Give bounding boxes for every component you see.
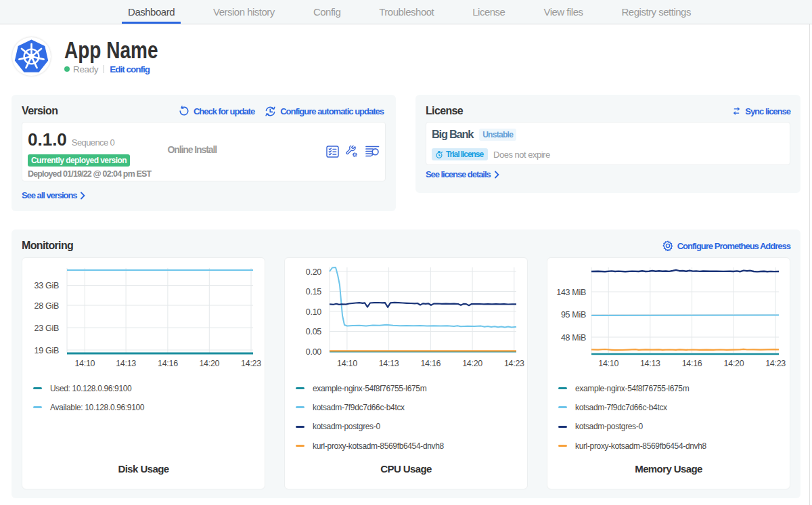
svg-text:0.20: 0.20: [306, 267, 321, 277]
svg-text:14:20: 14:20: [724, 359, 744, 368]
svg-text:14:10: 14:10: [598, 359, 618, 368]
svg-text:14:10: 14:10: [74, 359, 95, 368]
svg-text:14:16: 14:16: [158, 359, 178, 368]
svg-text:14:13: 14:13: [640, 359, 660, 368]
svg-text:48 MiB: 48 MiB: [561, 333, 586, 343]
svg-text:0.10: 0.10: [306, 307, 321, 317]
svg-text:14:13: 14:13: [116, 359, 136, 368]
svg-text:14:23: 14:23: [504, 359, 524, 368]
svg-text:14:20: 14:20: [199, 359, 219, 368]
svg-text:14:16: 14:16: [420, 359, 441, 368]
svg-text:14:20: 14:20: [462, 359, 482, 368]
svg-text:0.00: 0.00: [306, 347, 321, 357]
svg-text:23 GiB: 23 GiB: [35, 324, 59, 333]
svg-text:0.15: 0.15: [306, 287, 321, 297]
svg-text:14:23: 14:23: [765, 359, 786, 368]
svg-text:0.05: 0.05: [306, 327, 321, 336]
svg-text:14:10: 14:10: [337, 359, 357, 368]
svg-text:95 MiB: 95 MiB: [561, 310, 586, 320]
svg-text:28 GiB: 28 GiB: [35, 301, 59, 311]
svg-text:143 MiB: 143 MiB: [556, 288, 586, 297]
svg-text:14:16: 14:16: [682, 359, 702, 368]
svg-text:14:13: 14:13: [379, 359, 399, 368]
svg-text:33 GiB: 33 GiB: [35, 281, 59, 290]
svg-text:19 GiB: 19 GiB: [35, 346, 59, 355]
svg-text:14:23: 14:23: [241, 359, 261, 368]
